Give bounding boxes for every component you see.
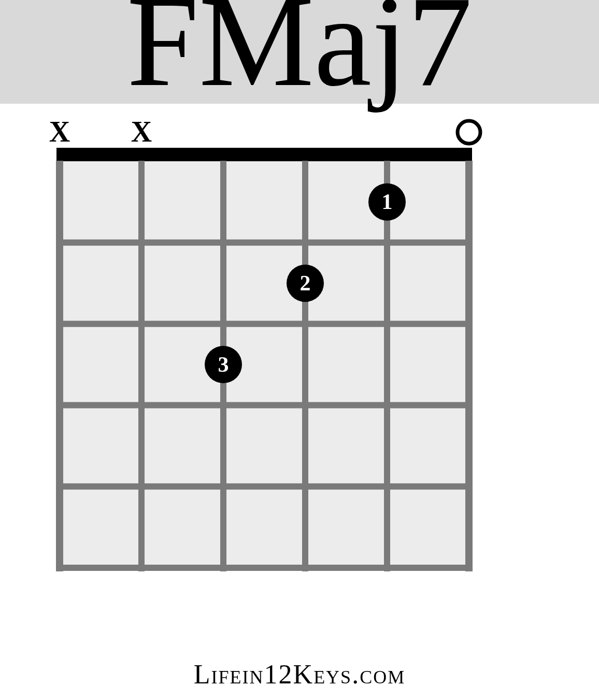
fret-wire [63, 240, 466, 246]
string-line [465, 161, 473, 571]
string-line [384, 161, 390, 571]
muted-string-icon: X [49, 116, 70, 148]
fret-wire [63, 483, 466, 489]
chord-diagram-container: XX123 [0, 104, 599, 664]
string-line [56, 161, 63, 571]
finger-label: 3 [218, 353, 229, 376]
string-line [302, 161, 308, 571]
chord-name: FMaj7 [127, 0, 473, 93]
chord-header: FMaj7 [0, 0, 599, 104]
muted-string-icon: X [131, 116, 152, 148]
string-line [138, 161, 145, 571]
open-string-icon [458, 121, 480, 144]
fretboard-bg [60, 161, 469, 568]
fret-wire [63, 321, 466, 327]
finger-label: 1 [382, 190, 393, 214]
fret-wire [63, 565, 466, 571]
chord-diagram: XX123 [0, 104, 599, 664]
fret-wire [63, 402, 466, 408]
nut [56, 148, 472, 161]
finger-label: 2 [300, 271, 311, 295]
footer-attribution: Lifein12Keys.com [0, 659, 599, 690]
